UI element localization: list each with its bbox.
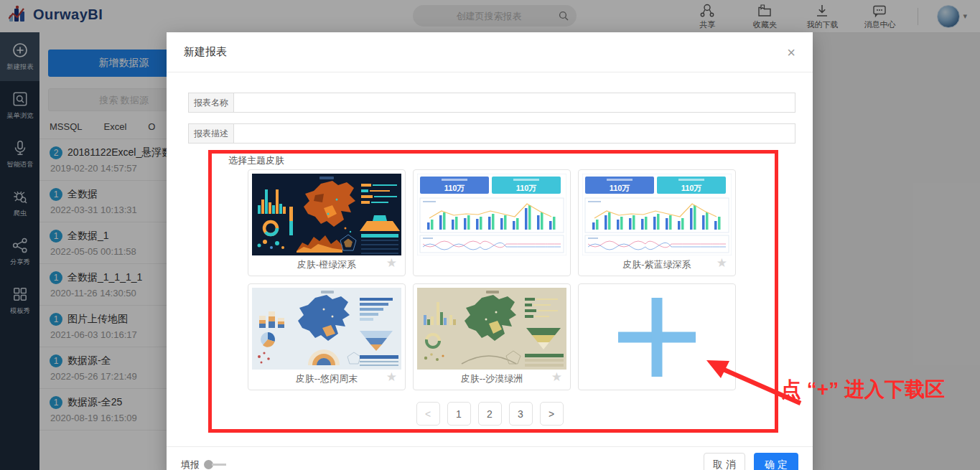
toggle-track xyxy=(212,464,226,466)
skin-card-add-download[interactable] xyxy=(578,283,736,390)
fill-report-toggle[interactable] xyxy=(204,460,226,469)
skin-card-leisure-weekend[interactable]: 皮肤--悠闲周末 ★ xyxy=(248,283,406,390)
report-desc-row: 报表描述 xyxy=(188,123,795,144)
star-icon[interactable]: ★ xyxy=(386,257,397,269)
report-name-label: 报表名称 xyxy=(188,93,233,113)
skin-card-purple-blue-green[interactable]: 110万 110万 xyxy=(578,169,736,276)
skin-card-dark-orange[interactable]: 皮肤-橙绿深系 ★ xyxy=(248,169,406,276)
skin-thumbnail-desert-oasis xyxy=(417,288,566,370)
skin-thumbnail-purple-blue-green: 110万 110万 xyxy=(582,174,732,255)
page-next-button[interactable]: > xyxy=(540,402,564,426)
skin-card-desert-oasis[interactable]: 皮肤--沙漠绿洲 ★ xyxy=(413,283,571,390)
page-1-button[interactable]: 1 xyxy=(447,402,471,426)
svg-text:110万: 110万 xyxy=(516,184,537,192)
skin-label: 皮肤-紫蓝绿深系 xyxy=(622,258,691,271)
svg-text:110万: 110万 xyxy=(610,184,630,192)
annotation-text: 点 “+” 进入下载区 xyxy=(781,376,945,403)
skin-thumbnail-light-1: 110万 110万 xyxy=(417,174,566,255)
page-2-button[interactable]: 2 xyxy=(478,402,502,426)
skin-thumbnail-dark-orange xyxy=(252,174,401,255)
skin-grid: 皮肤-橙绿深系 ★ 110万 110万 xyxy=(248,169,736,392)
star-icon[interactable]: ★ xyxy=(717,257,727,269)
modal-title: 新建报表 xyxy=(184,45,227,59)
modal-header: 新建报表 × xyxy=(167,32,813,72)
skin-pagination: < 1 2 3 > xyxy=(167,402,813,426)
page-prev-button[interactable]: < xyxy=(416,402,440,426)
skin-label: 皮肤--沙漠绿洲 xyxy=(461,372,523,385)
cancel-button[interactable]: 取 消 xyxy=(704,453,745,470)
report-name-row: 报表名称 xyxy=(188,93,795,113)
star-icon[interactable]: ★ xyxy=(386,371,397,383)
skin-label: 皮肤-橙绿深系 xyxy=(297,258,356,271)
close-icon[interactable]: × xyxy=(787,45,795,60)
report-desc-field[interactable] xyxy=(233,123,795,144)
report-desc-label: 报表描述 xyxy=(188,123,233,144)
skin-card-light-1[interactable]: 110万 110万 xyxy=(413,169,571,276)
new-report-modal: 新建报表 × 报表名称 报表描述 选择主题皮肤 xyxy=(167,32,813,470)
star-icon[interactable]: ★ xyxy=(551,371,562,383)
report-name-field[interactable] xyxy=(233,93,795,113)
plus-icon[interactable] xyxy=(582,288,732,386)
fill-report-label: 填报 xyxy=(181,459,200,470)
page-3-button[interactable]: 3 xyxy=(509,402,533,426)
skin-section-label: 选择主题皮肤 xyxy=(228,154,284,167)
svg-text:110万: 110万 xyxy=(681,184,702,192)
svg-text:110万: 110万 xyxy=(444,184,465,192)
modal-footer: 填报 取 消 确 定 xyxy=(167,446,813,470)
skin-label: 皮肤--悠闲周末 xyxy=(296,372,358,385)
skin-thumbnail-leisure-weekend xyxy=(252,288,401,370)
confirm-button[interactable]: 确 定 xyxy=(754,453,798,470)
